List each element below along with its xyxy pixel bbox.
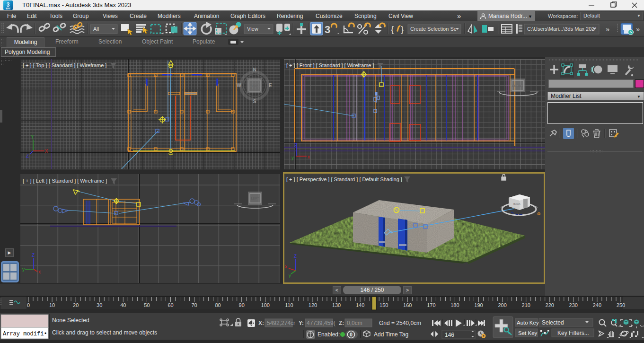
svg-text:47739,459(: 47739,459( [307, 320, 335, 326]
svg-text:Y:: Y: [299, 320, 304, 326]
svg-text:70: 70 [191, 302, 197, 308]
svg-text:20: 20 [73, 302, 79, 308]
svg-text:100: 100 [261, 302, 270, 308]
svg-text:0: 0 [350, 332, 353, 337]
svg-text:240: 240 [593, 302, 601, 308]
svg-text:130: 130 [332, 302, 341, 308]
svg-text:3: 3 [7, 1, 10, 8]
svg-text:x: x [38, 269, 41, 274]
svg-text:0,0cm: 0,0cm [347, 320, 362, 326]
svg-text:W: W [237, 83, 241, 88]
svg-text:60: 60 [168, 302, 173, 308]
svg-text:5492,274cr: 5492,274cr [267, 320, 295, 326]
svg-text:}: } [401, 24, 404, 34]
svg-text:[ + ] [ Perspective ] [ Standa: [ + ] [ Perspective ] [ Standard ] [ Def… [286, 176, 402, 182]
svg-text:30: 30 [97, 302, 102, 308]
svg-text:Enabled:: Enabled: [318, 331, 340, 338]
svg-text:Y: Y [31, 134, 34, 140]
svg-text:Set Key: Set Key [518, 330, 538, 336]
svg-text:180: 180 [450, 302, 459, 308]
svg-text:Create Selection Se: Create Selection Se [410, 26, 457, 32]
svg-text:[ + ] [ Left ] [ Standard ] [: [ + ] [ Left ] [ Standard ] [ Wireframe … [23, 178, 107, 184]
svg-text:C:\Users\Mari...\3ds Max 202ˮ: C:\Users\Mari...\3ds Max 202ˮ [527, 26, 596, 32]
svg-text:TOP: TOP [251, 84, 258, 88]
svg-text:Auto Key: Auto Key [517, 320, 539, 325]
svg-text:200: 200 [498, 302, 506, 308]
svg-text:Add Time Tag: Add Time Tag [374, 331, 408, 338]
svg-text:[ + ] [ Top ] [ Standard ] [ W: [ + ] [ Top ] [ Standard ] [ Wireframe ] [23, 62, 106, 68]
svg-text:»: » [606, 25, 609, 33]
svg-text:250: 250 [617, 302, 625, 308]
svg-text:E: E [269, 83, 272, 88]
svg-text:Click and drag to select and m: Click and drag to select and move object… [52, 329, 157, 336]
svg-text:y: y [289, 273, 291, 278]
svg-text:»: » [636, 25, 640, 33]
svg-text:160: 160 [403, 302, 412, 308]
svg-text:Z: Z [294, 254, 297, 259]
svg-text:BACK: BACK [513, 202, 520, 205]
svg-text:{: { [391, 24, 394, 34]
svg-text:None Selected: None Selected [52, 317, 89, 324]
svg-text:X:: X: [258, 320, 264, 326]
svg-text:140: 140 [356, 302, 364, 308]
svg-text:80: 80 [215, 302, 221, 308]
svg-text:N: N [253, 67, 256, 72]
svg-text:x: x [285, 264, 287, 269]
svg-text:Z:: Z: [339, 320, 344, 326]
svg-text:Array modifi•: Array modifi• [3, 331, 47, 337]
svg-text:S: S [253, 99, 256, 104]
svg-text:170: 170 [427, 302, 435, 308]
svg-text:3: 3 [325, 24, 330, 35]
svg-text:110: 110 [285, 302, 293, 308]
svg-text:Selected: Selected [542, 319, 564, 326]
svg-text:190: 190 [474, 302, 483, 308]
svg-text:146: 146 [445, 332, 454, 338]
svg-text:Grid = 2540,0cm: Grid = 2540,0cm [379, 320, 421, 326]
svg-text:X: X [45, 149, 48, 154]
svg-text:y: y [291, 155, 294, 160]
svg-text:0: 0 [27, 302, 30, 308]
svg-text:40: 40 [120, 302, 126, 308]
svg-text:FRONT: FRONT [512, 84, 524, 88]
svg-text:Key Filters...: Key Filters... [557, 330, 589, 336]
svg-text:220: 220 [546, 302, 554, 308]
svg-text:90: 90 [239, 302, 245, 308]
svg-text:View: View [247, 26, 258, 32]
svg-text:Z: Z [294, 143, 297, 148]
svg-text:10: 10 [49, 302, 55, 308]
svg-text:Z: Z [32, 253, 35, 258]
svg-text:Z: Z [26, 153, 29, 158]
svg-text:50: 50 [144, 302, 150, 308]
svg-text:y: y [22, 267, 25, 272]
svg-text:210: 210 [522, 302, 530, 308]
svg-text:[ + ] [ Front ] [ Standard ] [: [ + ] [ Front ] [ Standard ] [ Wireframe… [286, 62, 374, 68]
svg-text:230: 230 [569, 302, 578, 308]
svg-text:LEFT: LEFT [251, 197, 259, 200]
svg-text:x: x [308, 154, 310, 159]
svg-text:150: 150 [379, 302, 388, 308]
svg-text:All: All [93, 26, 99, 32]
svg-text:MAX: MAX [6, 8, 10, 10]
svg-text:120: 120 [309, 302, 317, 308]
